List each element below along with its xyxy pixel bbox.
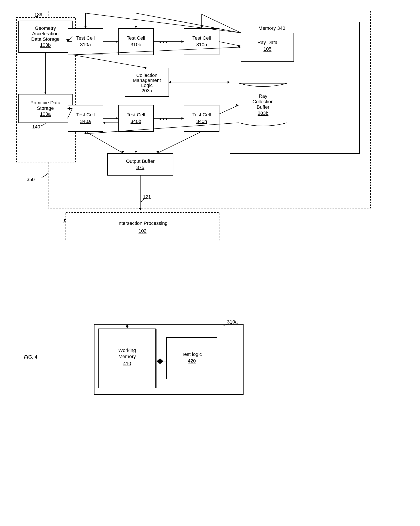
cml-ref: 203a	[142, 88, 153, 93]
tc310a-ref: 310a	[80, 42, 91, 47]
tc310b-text: Test Cell	[127, 35, 145, 41]
tc340b-ref: 340b	[131, 119, 141, 124]
arrow-ob-ip	[139, 208, 142, 210]
rcb-ref: 203b	[258, 111, 268, 116]
pds-ref: 103a	[40, 111, 51, 117]
label-350: 350	[27, 177, 35, 182]
cml-text3: Logic	[141, 83, 153, 88]
pds-text2: Storage	[37, 105, 54, 111]
page: 139 Geometry Acceleration Data Storage 1…	[0, 0, 420, 526]
ip-box	[66, 212, 219, 241]
tc310n-ref: 310n	[196, 42, 207, 47]
tc340b-text: Test Cell	[127, 112, 145, 118]
dots-bottom: • • •	[159, 116, 167, 122]
tc340n-text: Test Cell	[193, 112, 211, 118]
gads-text3: Data Storage	[31, 36, 60, 42]
wm-ref: 410	[123, 361, 131, 366]
ob-text: Output Buffer	[126, 158, 154, 164]
cml-text1: Collection	[136, 72, 158, 78]
rcb-text2: Collection	[253, 99, 274, 104]
wm-text1: Working	[118, 348, 136, 353]
ob-ref: 375	[136, 165, 144, 170]
tc310n-text: Test Cell	[193, 35, 211, 41]
diagram: 139 Geometry Acceleration Data Storage 1…	[0, 0, 420, 526]
tc310b-ref: 310b	[131, 42, 141, 47]
gads-text1: Geometry	[35, 25, 56, 31]
tl-ref: 420	[188, 358, 196, 364]
tc340a-ref: 340a	[80, 119, 91, 124]
rcb-text3: Buffer	[257, 104, 269, 110]
label-121: 121	[143, 194, 151, 200]
cml-text2: Management	[133, 78, 161, 83]
ip-text: Intersection Processing	[117, 221, 168, 226]
ip-ref: 102	[139, 228, 147, 234]
tc340a-text: Test Cell	[76, 112, 95, 118]
label-140: 140	[32, 124, 40, 130]
rcb-text1: Ray	[259, 93, 267, 99]
dots-top: • • •	[159, 40, 167, 45]
gads-ref: 103b	[40, 42, 51, 48]
label-310a: 310a	[227, 319, 238, 324]
raydata-text: Ray Data	[257, 40, 277, 45]
tc310a-text: Test Cell	[76, 35, 95, 41]
wm-text2: Memory	[118, 354, 136, 359]
pds-text1: Primitive Data	[31, 100, 61, 105]
tc340n-ref: 340n	[196, 119, 207, 124]
memory-label: Memory 340	[258, 25, 285, 31]
tl-text: Test logic	[182, 352, 202, 357]
raydata-ref: 105	[264, 46, 272, 52]
gads-text2: Acceleration	[32, 31, 59, 36]
fig4-title: FIG. 4	[24, 354, 37, 360]
